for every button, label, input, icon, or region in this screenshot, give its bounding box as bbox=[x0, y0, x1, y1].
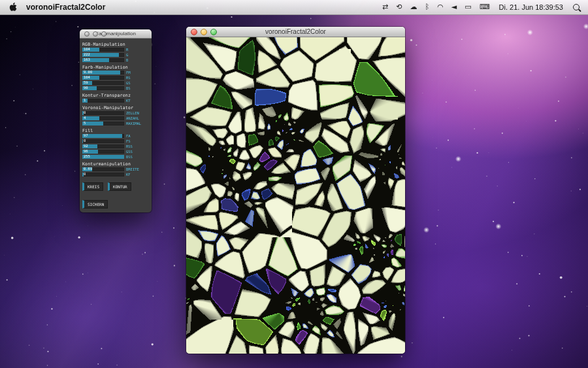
slider-track[interactable]: 4 bbox=[82, 116, 124, 120]
slider-track[interactable]: 0 bbox=[82, 139, 124, 143]
slider-track[interactable]: 92 bbox=[82, 144, 124, 148]
kontur-button[interactable]: KONTUR bbox=[108, 182, 131, 191]
bluetooth-icon[interactable]: ᛒ bbox=[425, 0, 430, 14]
slider-breite[interactable]: 0.69BREITE bbox=[82, 167, 149, 172]
slider-label: BREITE bbox=[126, 167, 139, 171]
slider-track[interactable]: 59 bbox=[82, 81, 124, 85]
apple-menu[interactable] bbox=[5, 3, 21, 12]
slider-value: 104 bbox=[84, 48, 90, 52]
slider-b[interactable]: 163B bbox=[82, 58, 149, 63]
section-header: Kontur-Transparenz bbox=[82, 93, 149, 98]
slider-label: KT bbox=[126, 99, 131, 103]
slider-anzahl[interactable]: 4ANZAHL bbox=[82, 116, 149, 121]
toggle-row: KREIS KONTUR bbox=[82, 182, 149, 191]
input-menu-icon[interactable]: ⌨ bbox=[480, 0, 490, 14]
slider-track[interactable]: 96 bbox=[82, 150, 124, 154]
slider-label: MAXIMAL bbox=[126, 122, 141, 125]
kreis-button[interactable]: KREIS bbox=[82, 182, 103, 191]
slider-rs[interactable]: 104RS bbox=[82, 75, 149, 80]
slider-fs[interactable]: 0FS bbox=[82, 139, 149, 144]
slider-label: BS bbox=[126, 86, 131, 90]
slider-value: 4 bbox=[84, 116, 86, 120]
section-header: RGB-Manipulation bbox=[82, 42, 149, 47]
close-button[interactable] bbox=[191, 29, 197, 35]
volume-icon[interactable]: ◄ bbox=[451, 0, 457, 14]
panel-section: Konturmanipulation0.69BREITE0KF bbox=[82, 161, 149, 177]
slider-track[interactable]: 0 bbox=[82, 173, 124, 176]
slider-track[interactable]: 9.00 bbox=[82, 71, 124, 75]
slider-track[interactable]: 0.69 bbox=[82, 167, 124, 171]
slider-track[interactable]: 222 bbox=[82, 53, 124, 57]
slider-label: GSS bbox=[126, 150, 133, 154]
panel-minimize-button[interactable] bbox=[93, 31, 98, 37]
desktop: voronoiFractal2Color ⇄ ⟲ ☁ ᛒ ◠ ◄ ▭ ⌨ Di.… bbox=[0, 0, 588, 368]
menu-bar: voronoiFractal2Color ⇄ ⟲ ☁ ᛒ ◠ ◄ ▭ ⌨ Di.… bbox=[0, 0, 588, 15]
slider-track[interactable]: 163 bbox=[82, 58, 124, 62]
slider-g[interactable]: 222G bbox=[82, 52, 149, 58]
main-window: voronoiFractal2Color bbox=[186, 27, 405, 354]
slider-r[interactable]: 104R bbox=[82, 47, 149, 52]
slider-kt[interactable]: 1KT bbox=[82, 98, 149, 103]
slider-value: 96 bbox=[84, 150, 88, 154]
slider-label: FM bbox=[126, 71, 131, 75]
slider-value: 97 bbox=[84, 134, 88, 138]
section-header: Konturmanipulation bbox=[82, 161, 149, 167]
slider-value: 255 bbox=[84, 155, 90, 159]
panel-zoom-button[interactable] bbox=[101, 31, 106, 37]
minimize-button[interactable] bbox=[201, 29, 207, 35]
slider-value: 59 bbox=[84, 81, 88, 85]
slider-label: RS bbox=[126, 76, 131, 80]
spotlight-icon[interactable] bbox=[571, 4, 581, 10]
window-controls bbox=[191, 29, 217, 35]
slider-bs[interactable]: 90BS bbox=[82, 86, 149, 91]
spaces-icon[interactable]: ⇄ bbox=[382, 0, 388, 14]
time-machine-icon[interactable]: ⟲ bbox=[396, 0, 402, 14]
slider-label: ANZAHL bbox=[126, 116, 139, 120]
slider-fa[interactable]: 97FA bbox=[82, 133, 149, 139]
slider-track[interactable]: 5 bbox=[82, 122, 124, 125]
slider-value: 90 bbox=[84, 86, 88, 90]
slider-label: FS bbox=[126, 139, 131, 143]
panel-close-button[interactable] bbox=[84, 31, 90, 37]
slider-gss[interactable]: 96GSS bbox=[82, 149, 149, 154]
slider-track[interactable]: 104 bbox=[82, 76, 124, 80]
slider-track[interactable]: 104 bbox=[82, 48, 124, 52]
slider-zellen[interactable]: 0ZELLEN bbox=[82, 110, 149, 116]
slider-value: 0 bbox=[84, 139, 86, 143]
magnifier-icon bbox=[573, 4, 580, 10]
slider-kf[interactable]: 0KF bbox=[82, 172, 149, 177]
slider-value: 5 bbox=[84, 122, 86, 125]
control-panel-window: Farbmanipulation RGB-Manipulation104R222… bbox=[80, 29, 152, 212]
app-menu-title[interactable]: voronoiFractal2Color bbox=[26, 3, 105, 12]
slider-label: ZELLEN bbox=[126, 111, 139, 115]
panel-section: Farb-Manipulation9.00FM104RS59GS90BS bbox=[82, 65, 149, 91]
main-titlebar[interactable]: voronoiFractal2Color bbox=[186, 27, 405, 37]
panel-section: Voronoi-Manipulator0ZELLEN4ANZAHL5MAXIMA… bbox=[82, 105, 149, 126]
battery-icon[interactable]: ▭ bbox=[465, 0, 471, 14]
slider-maximal[interactable]: 5MAXIMAL bbox=[82, 121, 149, 126]
slider-track[interactable]: 90 bbox=[82, 86, 124, 90]
panel-sections: RGB-Manipulation104R222G163BFarb-Manipul… bbox=[82, 42, 149, 177]
slider-label: B bbox=[126, 58, 128, 62]
slider-gs[interactable]: 59GS bbox=[82, 80, 149, 86]
menu-clock[interactable]: Di. 21. Jun 18:39:53 bbox=[499, 3, 563, 11]
menu-extras: ⇄ ⟲ ☁ ᛒ ◠ ◄ ▭ ⌨ Di. 21. Jun 18:39:53 bbox=[382, 0, 581, 14]
slider-track[interactable]: 1 bbox=[82, 99, 124, 103]
slider-fm[interactable]: 9.00FM bbox=[82, 70, 149, 75]
voronoi-canvas bbox=[186, 37, 405, 354]
airport-wifi-icon[interactable]: ◠ bbox=[437, 0, 444, 14]
slider-track[interactable]: 0 bbox=[82, 111, 124, 115]
zoom-button[interactable] bbox=[210, 29, 217, 35]
slider-bss[interactable]: 255BSS bbox=[82, 154, 149, 159]
apple-logo-icon bbox=[9, 3, 17, 12]
slider-rss[interactable]: 92RSS bbox=[82, 144, 149, 149]
slider-value: 0 bbox=[84, 173, 86, 176]
save-row: SICHERN bbox=[82, 196, 149, 209]
panel-titlebar[interactable]: Farbmanipulation bbox=[80, 29, 152, 39]
sync-cloud-icon[interactable]: ☁ bbox=[410, 0, 417, 14]
sichern-button[interactable]: SICHERN bbox=[82, 200, 108, 209]
slider-value: 104 bbox=[84, 76, 90, 80]
slider-track[interactable]: 97 bbox=[82, 134, 124, 138]
slider-track[interactable]: 255 bbox=[82, 155, 124, 159]
window-title: voronoiFractal2Color bbox=[186, 28, 405, 35]
